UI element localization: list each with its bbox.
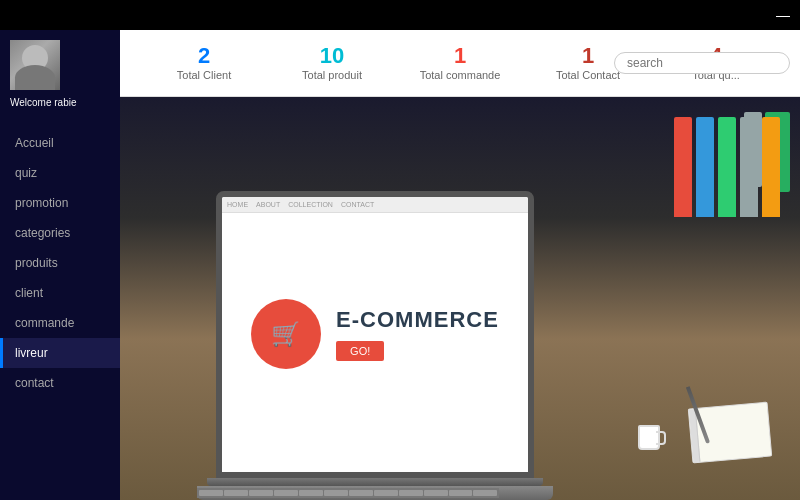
laptop-base xyxy=(197,486,552,500)
top-bar: — xyxy=(0,0,800,30)
sidebar-item-client[interactable]: client xyxy=(0,278,120,308)
laptop-container: HOME ABOUT COLLECTION CONTACT 🛒 E-COMMER… xyxy=(188,117,562,500)
minimize-button[interactable]: — xyxy=(776,7,790,23)
ecommerce-banner: HOME ABOUT COLLECTION CONTACT 🛒 E-COMMER… xyxy=(120,97,800,500)
laptop-screen: HOME ABOUT COLLECTION CONTACT 🛒 E-COMMER… xyxy=(216,191,534,478)
key-6 xyxy=(324,490,348,496)
sidebar-item-livreur[interactable]: livreur xyxy=(0,338,120,368)
key-10 xyxy=(424,490,448,496)
key-5 xyxy=(299,490,323,496)
main-layout: Welcome rabie Accueil quiz promotion cat… xyxy=(0,30,800,500)
nav-menu: Accueil quiz promotion categories produi… xyxy=(0,128,120,398)
stat-label-client: Total Client xyxy=(177,69,231,81)
cart-icon: 🛒 xyxy=(271,320,301,348)
avatar xyxy=(10,40,60,90)
laptop-hinge xyxy=(207,478,544,486)
book-2 xyxy=(696,117,714,217)
go-button[interactable]: GO! xyxy=(336,341,384,361)
book-1 xyxy=(674,117,692,217)
stat-label-commande: Total commande xyxy=(420,69,501,81)
key-11 xyxy=(449,490,473,496)
books-decoration xyxy=(674,117,780,217)
key-12 xyxy=(473,490,497,496)
stat-total-produit: 10 Total produit xyxy=(268,40,396,86)
welcome-text: Welcome rabie xyxy=(10,97,77,108)
laptop-screen-inner: 🛒 E-COMMERCE GO! xyxy=(222,197,528,472)
ecommerce-text-block: E-COMMERCE GO! xyxy=(336,307,499,361)
stat-number-commande: 1 xyxy=(454,45,466,67)
search-input[interactable] xyxy=(614,52,790,74)
coffee-cup-decoration xyxy=(638,425,660,450)
ecommerce-title: E-COMMERCE xyxy=(336,307,499,333)
avatar-image xyxy=(10,40,60,90)
stat-total-client: 2 Total Client xyxy=(140,40,268,86)
notebook-decoration xyxy=(688,402,772,464)
screen-nav-bar: HOME ABOUT COLLECTION CONTACT xyxy=(222,197,528,213)
sidebar: Welcome rabie Accueil quiz promotion cat… xyxy=(0,30,120,500)
sidebar-item-promotion[interactable]: promotion xyxy=(0,188,120,218)
sidebar-item-produits[interactable]: produits xyxy=(0,248,120,278)
avatar-section: Welcome rabie xyxy=(0,30,120,118)
content-area: 2 Total Client 10 Total produit 1 Total … xyxy=(120,30,800,500)
key-3 xyxy=(249,490,273,496)
sidebar-item-accueil[interactable]: Accueil xyxy=(0,128,120,158)
key-7 xyxy=(349,490,373,496)
stats-bar: 2 Total Client 10 Total produit 1 Total … xyxy=(120,30,800,97)
key-9 xyxy=(399,490,423,496)
stat-number-produit: 10 xyxy=(320,45,344,67)
stat-label-contact: Total Contact xyxy=(556,69,620,81)
key-4 xyxy=(274,490,298,496)
sidebar-item-contact[interactable]: contact xyxy=(0,368,120,398)
key-2 xyxy=(224,490,248,496)
key-1 xyxy=(199,490,223,496)
stat-number-client: 2 xyxy=(198,45,210,67)
banner-area: HOME ABOUT COLLECTION CONTACT 🛒 E-COMMER… xyxy=(120,97,800,500)
stat-total-commande: 1 Total commande xyxy=(396,40,524,86)
keyboard-area xyxy=(197,488,499,498)
key-8 xyxy=(374,490,398,496)
book-3 xyxy=(718,117,736,217)
stat-number-contact: 1 xyxy=(582,45,594,67)
book-4 xyxy=(740,117,758,217)
stat-label-produit: Total produit xyxy=(302,69,362,81)
sidebar-item-commande[interactable]: commande xyxy=(0,308,120,338)
sidebar-item-categories[interactable]: categories xyxy=(0,218,120,248)
book-5 xyxy=(762,117,780,217)
cart-circle: 🛒 xyxy=(251,299,321,369)
sidebar-item-quiz[interactable]: quiz xyxy=(0,158,120,188)
